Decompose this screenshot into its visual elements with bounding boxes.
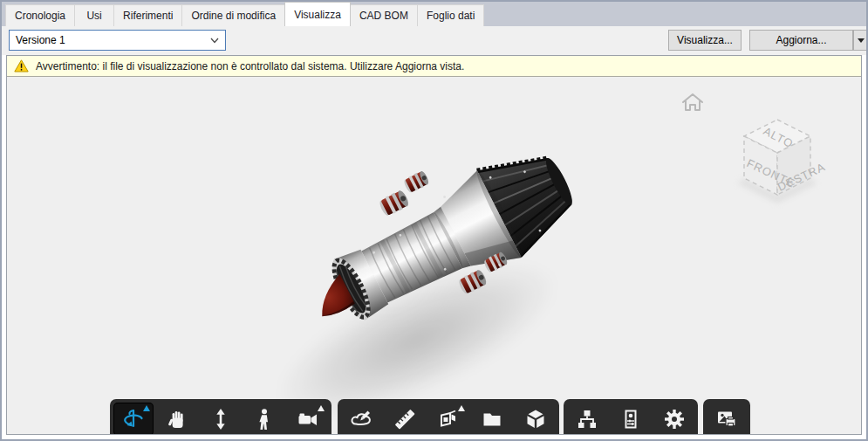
flyout-arrow-icon [318,405,325,411]
dropdown-arrow-icon [858,38,865,43]
tab-foglio-dati[interactable]: Foglio dati [417,4,484,26]
toolbar-group-display [564,399,698,434]
folder-icon [480,407,504,431]
flyout-arrow-icon [458,405,465,411]
snapshot-print-button[interactable] [707,403,747,434]
toolbar-group-navigation [110,399,331,434]
pan-hand-icon [165,407,189,431]
app-window: Cronologia Usi Riferimenti Ordine di mod… [0,0,868,441]
visualizza-button[interactable]: Visualizza... [668,30,742,51]
view-cube[interactable]: ALTO FRONTE DESTRA [729,111,827,210]
tab-ordine-di-modifica[interactable]: Ordine di modifica [181,4,285,26]
flyout-arrow-icon [143,405,150,411]
tab-visualizza[interactable]: Visualizza [284,2,351,26]
walk-button[interactable] [244,403,284,434]
section-cut-icon [436,407,461,431]
orbit-icon [121,407,146,431]
home-view-icon[interactable] [680,92,705,113]
measure-button[interactable] [385,403,425,434]
camera-icon [296,407,320,431]
tab-cronologia[interactable]: Cronologia [5,4,75,26]
warning-text: Avvertimento: il file di visualizzazione… [36,60,464,72]
model-views-button[interactable] [516,403,556,434]
zoom-arrows-icon [208,407,233,431]
tab-cad-bom[interactable]: CAD BOM [350,4,418,26]
markup-button[interactable] [341,403,381,434]
toolbar-group-output [703,399,750,434]
settings-gear-icon [662,407,687,431]
tab-usi[interactable]: Usi [74,4,114,26]
display-panel-icon [619,407,643,431]
toolbar-group-tools [338,399,559,434]
section-button[interactable] [428,403,468,434]
open-file-button[interactable] [472,403,512,434]
tab-strip: Cronologia Usi Riferimenti Ordine di mod… [2,2,866,26]
model-cube-icon [523,407,548,431]
warning-icon [14,59,29,72]
snapshot-print-icon [714,407,739,431]
content-panel: Avvertimento: il file di visualizzazione… [6,55,862,435]
viewer-canvas[interactable]: ALTO FRONTE DESTRA [7,78,861,434]
warning-bar: Avvertimento: il file di visualizzazione… [7,56,861,77]
orbit-button[interactable] [113,403,154,434]
zoom-button[interactable] [201,403,241,434]
aggiorna-dropdown-button[interactable] [853,30,868,51]
pan-button[interactable] [157,403,197,434]
settings-button[interactable] [654,403,694,434]
aggiorna-button[interactable]: Aggiorna... [749,30,853,51]
chevron-down-icon [210,38,219,44]
markup-cloud-pencil-icon [349,407,373,431]
structure-tree-icon [575,407,599,431]
measure-ruler-icon [393,407,417,431]
toolbar-row: Versione 1 Visualizza... Aggiorna... [2,26,866,55]
version-dropdown-value: Versione 1 [16,34,65,46]
camera-button[interactable] [288,403,328,434]
tab-riferimenti[interactable]: Riferimenti [113,4,182,26]
walk-person-icon [252,407,277,431]
structure-tree-button[interactable] [567,403,607,434]
version-dropdown[interactable]: Versione 1 [9,30,226,51]
display-panel-button[interactable] [611,403,651,434]
